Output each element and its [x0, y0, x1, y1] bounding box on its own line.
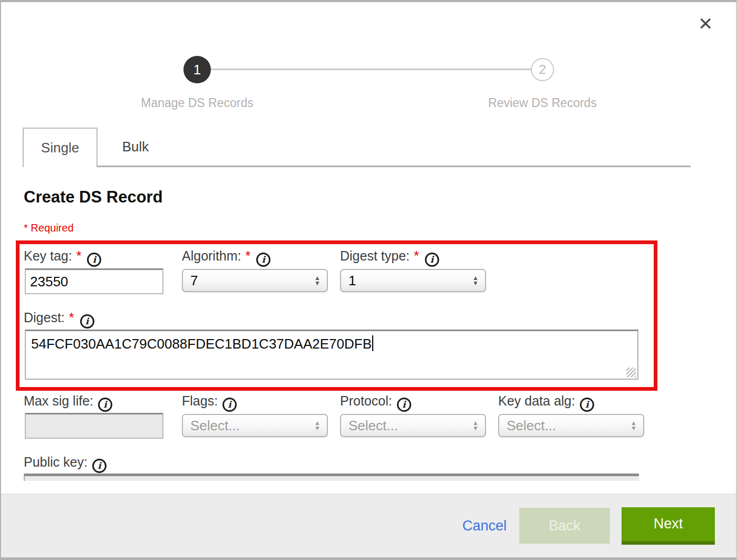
- info-icon[interactable]: i: [98, 398, 112, 412]
- select-spinner-icon: ▲▼: [314, 275, 321, 286]
- required-asterisk: *: [246, 248, 251, 263]
- info-icon[interactable]: i: [580, 398, 594, 412]
- select-spinner-icon: ▲▼: [472, 275, 479, 286]
- select-spinner-icon: ▲▼: [472, 420, 479, 431]
- next-button[interactable]: Next: [622, 507, 715, 545]
- resize-handle-icon[interactable]: [626, 368, 636, 377]
- public-key-textarea[interactable]: [24, 474, 639, 481]
- algorithm-label: Algorithm:*i: [182, 248, 270, 267]
- max-sig-life-input[interactable]: [25, 413, 163, 439]
- text-cursor: [372, 335, 373, 351]
- algorithm-label-text: Algorithm:: [182, 248, 241, 263]
- digest-value: 54FCF030AA1C79C0088FDEC1BD1C37DAA2E70DFB: [31, 336, 372, 352]
- info-icon[interactable]: i: [425, 253, 439, 267]
- algorithm-selected-value: 7: [190, 273, 198, 289]
- digest-label-text: Digest:: [24, 310, 65, 325]
- flags-label: Flags:i: [182, 393, 237, 412]
- info-icon[interactable]: i: [222, 398, 237, 412]
- digest-type-label-text: Digest type:: [340, 248, 410, 263]
- info-icon[interactable]: i: [92, 459, 106, 473]
- required-asterisk: *: [414, 248, 419, 263]
- key-tag-input[interactable]: [25, 268, 163, 294]
- required-asterisk: *: [76, 248, 82, 263]
- max-sig-life-label-text: Max sig life:: [24, 393, 93, 408]
- public-key-label-text: Public key:: [24, 455, 88, 469]
- info-icon[interactable]: i: [87, 253, 101, 267]
- algorithm-select[interactable]: 7 ▲▼: [182, 269, 328, 292]
- info-icon[interactable]: i: [80, 314, 94, 329]
- footer-bar: Cancel Back Next: [1, 494, 736, 557]
- flags-select[interactable]: Select... ▲▼: [182, 414, 328, 437]
- key-data-alg-label-text: Key data alg:: [498, 393, 575, 408]
- key-data-alg-label: Key data alg:i: [498, 393, 594, 412]
- protocol-label-text: Protocol:: [340, 393, 392, 408]
- digest-textarea[interactable]: 54FCF030AA1C79C0088FDEC1BD1C37DAA2E70DFB: [25, 330, 638, 380]
- tab-single[interactable]: Single: [23, 128, 98, 167]
- info-icon[interactable]: i: [397, 398, 411, 412]
- protocol-selected-value: Select...: [348, 418, 398, 434]
- required-asterisk: *: [69, 310, 74, 325]
- protocol-select[interactable]: Select... ▲▼: [340, 414, 486, 437]
- required-note: * Required: [24, 222, 74, 234]
- key-tag-label-text: Key tag:: [24, 248, 72, 263]
- digest-type-select[interactable]: 1 ▲▼: [340, 269, 486, 292]
- tab-bar-rule: [98, 166, 691, 167]
- key-tag-label: Key tag:*i: [24, 248, 101, 267]
- public-key-label: Public key:i: [24, 455, 106, 473]
- digest-type-label: Digest type:*i: [340, 248, 439, 267]
- select-spinner-icon: ▲▼: [314, 420, 321, 431]
- modal-dialog: ✕ 1 2 Manage DS Records Review DS Record…: [0, 0, 737, 560]
- cancel-button[interactable]: Cancel: [462, 518, 507, 534]
- digest-label: Digest:*i: [24, 310, 94, 329]
- select-spinner-icon: ▲▼: [631, 420, 637, 431]
- page-title: Create DS Record: [24, 188, 163, 207]
- flags-label-text: Flags:: [182, 393, 218, 408]
- step-2-indicator: 2: [531, 58, 554, 81]
- protocol-label: Protocol:i: [340, 393, 411, 412]
- key-data-alg-select[interactable]: Select... ▲▼: [498, 414, 644, 437]
- back-button[interactable]: Back: [519, 508, 610, 544]
- flags-selected-value: Select...: [190, 418, 240, 434]
- key-data-alg-selected-value: Select...: [507, 418, 556, 434]
- close-icon[interactable]: ✕: [698, 15, 713, 33]
- max-sig-life-label: Max sig life:i: [24, 393, 112, 412]
- stepper-connector-line: [211, 69, 531, 70]
- info-icon[interactable]: i: [256, 253, 270, 267]
- step-1-label: Manage DS Records: [92, 96, 303, 110]
- digest-type-selected-value: 1: [348, 273, 356, 289]
- step-2-label: Review DS Records: [437, 96, 648, 110]
- tab-bulk[interactable]: Bulk: [98, 128, 173, 166]
- step-1-indicator: 1: [183, 56, 211, 83]
